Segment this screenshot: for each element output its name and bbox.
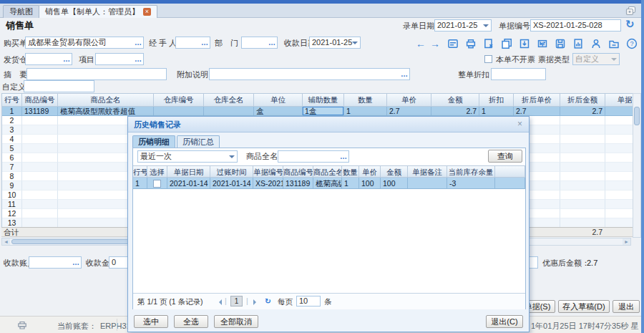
history-header-cell[interactable]: 商品编号 (283, 165, 313, 178)
grid-header-cell[interactable]: 辅助数量 (303, 94, 344, 107)
clear-all-button[interactable]: 全部取消 (214, 315, 258, 328)
dialog-exit-button[interactable]: 退出(C) (486, 315, 523, 328)
tab-history-summary[interactable]: 历销汇总 (177, 135, 220, 148)
grid-header-cell[interactable]: 数量 (344, 94, 387, 107)
history-header-cell[interactable]: 行号 (133, 165, 147, 178)
row-select-checkbox[interactable] (153, 180, 161, 188)
pager-refresh-icon[interactable]: ↻ (265, 296, 271, 305)
dialog-close-icon[interactable]: × (517, 119, 522, 129)
chevron-down-icon (611, 58, 617, 64)
folder-icon[interactable] (608, 38, 620, 49)
window-right-border (641, 0, 644, 333)
query-button[interactable]: 查询 (488, 150, 522, 163)
history-header-cell[interactable]: 单据日期 (167, 165, 210, 178)
pager-prev-icon[interactable] (216, 299, 222, 305)
history-header-cell[interactable]: 单据编号 (253, 165, 283, 178)
grid-header-cell[interactable]: 仓库全名 (204, 94, 254, 107)
tab-close-icon[interactable]: × (143, 8, 151, 16)
grid-cell (154, 107, 204, 116)
grid-header-cell[interactable]: 单据备注 (605, 94, 633, 107)
history-sales-dialog: 历史销售记录 × 历销明细 历销汇总 最近一次 商品全名 … 查询 行号选择单据… (127, 116, 530, 332)
exit-button[interactable]: 退出 (613, 300, 640, 313)
serial-no-icon[interactable] (536, 38, 549, 49)
grid-header-cell[interactable]: 金额 (431, 94, 479, 107)
product-name-input[interactable]: … (278, 150, 349, 163)
grid-header-cell[interactable]: 折扣 (479, 94, 514, 107)
select-button[interactable]: 选中 (134, 315, 168, 328)
user-icon[interactable] (590, 38, 602, 49)
no-invoice-checkbox[interactable] (484, 55, 492, 63)
history-header-cell[interactable]: 选择 (147, 165, 167, 178)
custom1-input[interactable] (24, 80, 94, 92)
dept-lookup-icon[interactable]: … (268, 37, 275, 48)
print-icon[interactable] (464, 38, 477, 49)
warehouse-lookup-icon[interactable]: … (63, 54, 70, 64)
save-icon[interactable] (554, 38, 567, 49)
grid-header-cell[interactable]: 折后单价 (514, 94, 560, 107)
product-lookup-icon[interactable]: … (340, 151, 347, 162)
record-date-select[interactable]: 2021-01-25 (434, 19, 492, 32)
per-page-label: 每页 (278, 297, 293, 307)
history-header-cell[interactable]: 单价 (359, 165, 381, 178)
pay-date-select[interactable]: 2021-01-25 (309, 37, 361, 49)
extra-note-lookup-icon[interactable]: … (401, 69, 408, 79)
history-filter-select[interactable]: 最近一次 (137, 150, 238, 163)
detail-card-icon[interactable] (447, 38, 459, 49)
copy-icon[interactable] (500, 38, 513, 49)
grid-cell (22, 172, 58, 181)
extra-note-input[interactable]: … (209, 68, 410, 80)
vertical-scrollbar[interactable] (633, 93, 641, 238)
bill-type-select[interactable]: 自定义 (572, 53, 620, 65)
project-input[interactable]: … (95, 53, 144, 65)
cascade-windows-icon[interactable] (625, 6, 637, 16)
doc-no-input[interactable]: XS-2021-01-25-028 (530, 19, 621, 32)
warehouse-input[interactable]: … (25, 53, 72, 65)
grid-header-cell[interactable]: 商品全名 (58, 94, 154, 107)
history-header-cell[interactable]: 单据备注 (408, 165, 447, 178)
grid-cell (204, 107, 254, 116)
history-header-cell[interactable]: 商品全名 (313, 165, 342, 178)
per-page-input[interactable]: 10 (296, 296, 321, 307)
history-header-cell[interactable]: 当前库存余量 (447, 165, 495, 178)
grid-header-cell[interactable]: 商品编号 (22, 94, 58, 107)
tab-navigation[interactable]: 导航图 (3, 5, 39, 18)
history-header-cell[interactable] (495, 165, 525, 178)
import-icon[interactable] (518, 38, 531, 49)
save-draft-button[interactable]: 存入草稿(D) (558, 300, 610, 313)
grid-header-cell[interactable]: 折后金额 (560, 94, 605, 107)
grid-header-cell[interactable]: 单位 (254, 94, 303, 107)
doc-cancel-icon[interactable] (482, 38, 495, 49)
history-header-cell[interactable]: 过账时间 (210, 165, 253, 178)
select-all-button[interactable]: 全选 (174, 315, 208, 328)
tab-sales-order[interactable]: 销售单【制单人：管理员】× (39, 5, 157, 18)
pager-page-number[interactable]: 1 (230, 296, 243, 307)
pager-next-icon[interactable] (253, 299, 259, 305)
whole-discount-input[interactable] (491, 68, 546, 80)
receive-account-lookup-icon[interactable]: … (72, 257, 79, 268)
history-header-cell[interactable]: 金额 (381, 165, 408, 178)
grid-header-cell[interactable]: 单价 (387, 94, 431, 107)
grid-row-selected[interactable]: 1131189榄菊高级型黑蚊香超值盒1盒12.72.712.72.7 (2, 107, 633, 116)
agent-input[interactable]: … (175, 37, 210, 49)
report-icon[interactable] (572, 38, 585, 49)
buyer-input[interactable]: 成都果金贸易有限公司… (25, 37, 144, 49)
summary-input[interactable] (26, 68, 167, 80)
forward-arrow-icon[interactable]: → (430, 38, 440, 49)
buyer-lookup-icon[interactable]: … (135, 37, 142, 48)
history-row-selected[interactable]: 12021-01-142021-01-14XS-2021131189榄菊高级型1… (133, 178, 525, 189)
agent-lookup-icon[interactable]: … (201, 37, 208, 48)
history-header-cell[interactable]: 数量 (342, 165, 359, 178)
grid-cell (560, 116, 605, 125)
back-arrow-icon[interactable]: ← (416, 38, 426, 49)
refresh-icon[interactable]: ↻ (625, 19, 635, 30)
tab-history-detail[interactable]: 历销明细 (132, 135, 175, 148)
history-cell: -3 (447, 178, 495, 189)
help-icon[interactable]: ? (625, 38, 638, 49)
receive-account-input[interactable]: … (29, 256, 82, 269)
grid-header-cell[interactable]: 仓库编号 (154, 94, 204, 107)
project-lookup-icon[interactable]: … (135, 54, 142, 64)
dialog-titlebar[interactable]: 历史销售记录 × (128, 117, 529, 132)
dept-input[interactable]: … (241, 37, 278, 49)
vertical-scrollbar-thumb[interactable] (634, 107, 640, 125)
grid-header-cell[interactable]: 行号 (2, 94, 22, 107)
